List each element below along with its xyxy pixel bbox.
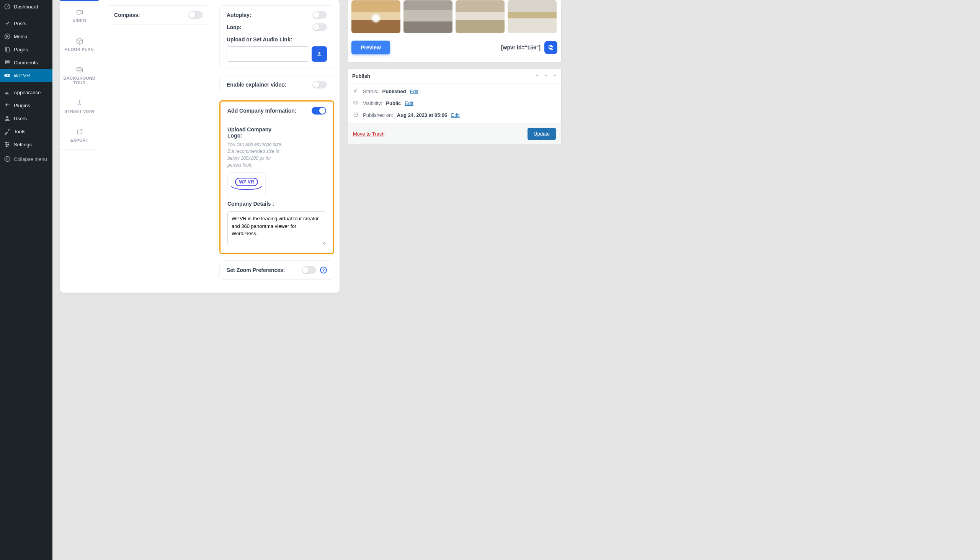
compass-toggle[interactable] xyxy=(188,11,203,19)
svg-point-22 xyxy=(355,102,356,103)
company-details-textarea[interactable] xyxy=(228,212,326,245)
compass-label: Compass: xyxy=(114,12,140,18)
tab-street-view[interactable]: STREET VIEW xyxy=(60,92,99,121)
tools-icon xyxy=(4,128,11,135)
svg-point-12 xyxy=(8,144,9,145)
thumbnail-1[interactable] xyxy=(351,0,400,33)
upload-audio-button[interactable] xyxy=(312,47,327,62)
pages-icon xyxy=(4,46,11,53)
panel-down-icon[interactable] xyxy=(543,73,549,79)
preview-button[interactable]: Preview xyxy=(351,41,390,54)
explainer-panel: Enable explainer video: xyxy=(219,75,334,94)
copy-shortcode-button[interactable] xyxy=(544,41,557,54)
sidebar-label: Pages xyxy=(14,47,28,52)
edit-visibility-link[interactable]: Edit xyxy=(405,100,413,106)
panel-toggle-icon[interactable] xyxy=(553,73,556,79)
collapse-icon xyxy=(4,155,11,162)
sidebar-item-settings[interactable]: Settings xyxy=(0,138,52,151)
sidebar-label: WP VR xyxy=(14,73,30,78)
sidebar-label: Settings xyxy=(14,142,32,147)
sidebar-item-media[interactable]: Media xyxy=(0,30,52,43)
wpvr-logo: WP VR xyxy=(231,178,262,190)
sidebar-label: Comments xyxy=(14,60,38,65)
thumbnail-4[interactable] xyxy=(508,0,556,33)
preview-card: Preview [wpvr id="156"] xyxy=(347,0,561,62)
shortcode-text: [wpvr id="156"] xyxy=(501,45,540,50)
pin-icon xyxy=(4,20,11,27)
company-details-label: Company Details : xyxy=(228,201,326,207)
svg-rect-15 xyxy=(76,10,81,14)
comments-icon xyxy=(4,59,11,66)
settings-icon xyxy=(4,141,11,148)
autoplay-label: Autoplay: xyxy=(227,12,251,18)
sidebar-item-users[interactable]: Users xyxy=(0,112,52,125)
copy-icon xyxy=(548,45,554,50)
sidebar-label: Plugins xyxy=(14,103,30,108)
company-panel: Add Company Information: Upload Company … xyxy=(221,102,333,253)
sidebar-item-pages[interactable]: Pages xyxy=(0,43,52,56)
thumbnail-2[interactable] xyxy=(404,0,452,33)
svg-rect-23 xyxy=(354,113,357,117)
tab-background-tour[interactable]: BACKGROUND TOUR xyxy=(60,59,99,92)
sidebar-label: Appearance xyxy=(14,90,41,95)
sidebar-item-posts[interactable]: Posts xyxy=(0,17,52,30)
thumbnail-3[interactable] xyxy=(455,0,505,33)
edit-date-link[interactable]: Edit xyxy=(451,112,459,118)
loop-label: Loop: xyxy=(227,24,242,30)
sidebar-item-wpvr[interactable]: WP VR xyxy=(0,69,52,82)
upload-logo-hint: You can add any logo size. But recommend… xyxy=(228,141,285,168)
edit-status-link[interactable]: Edit xyxy=(410,88,419,94)
update-button[interactable]: Update xyxy=(528,128,556,140)
panel-up-icon[interactable] xyxy=(535,73,540,79)
explainer-toggle[interactable] xyxy=(312,81,327,88)
tab-floor-plan[interactable]: FLOOR PLAN xyxy=(60,30,99,59)
sidebar-item-collapse[interactable]: Collapse menu xyxy=(0,152,52,165)
upload-audio-label: Upload or Set Audio Link: xyxy=(227,37,327,43)
sidebar-item-dashboard[interactable]: Dashboard xyxy=(0,0,52,13)
compass-panel: Compass: xyxy=(107,5,210,25)
zoom-help-icon[interactable]: ? xyxy=(320,267,327,273)
scene-thumbnails xyxy=(351,0,557,33)
plugins-icon xyxy=(4,102,11,109)
move-to-trash-link[interactable]: Move to Trash xyxy=(353,131,384,137)
wp-admin-sidebar: Dashboard Posts Media Pages Comments WP … xyxy=(0,0,52,308)
autoplay-toggle[interactable] xyxy=(312,11,327,19)
sidebar-label: Collapse menu xyxy=(14,156,47,162)
users-icon xyxy=(4,115,11,122)
sidebar-label: Media xyxy=(14,34,27,40)
svg-rect-19 xyxy=(550,47,553,49)
sidebar-item-tools[interactable]: Tools xyxy=(0,125,52,138)
sidebar-label: Users xyxy=(14,116,27,122)
company-logo-preview[interactable]: WP VR xyxy=(228,172,266,195)
svg-point-7 xyxy=(6,116,8,118)
svg-rect-20 xyxy=(549,46,552,48)
company-info-toggle[interactable] xyxy=(312,107,326,115)
upload-icon xyxy=(316,50,323,57)
wpvr-icon xyxy=(4,72,11,79)
sidebar-item-appearance[interactable]: Appearance xyxy=(0,86,52,99)
svg-point-11 xyxy=(6,142,7,143)
sidebar-item-comments[interactable]: Comments xyxy=(0,56,52,69)
svg-rect-17 xyxy=(78,69,82,72)
loop-toggle[interactable] xyxy=(312,23,327,31)
appearance-icon xyxy=(4,89,11,96)
audio-panel: Autoplay: Loop: Upload or Set Audio Link… xyxy=(219,5,334,69)
sidebar-label: Posts xyxy=(14,21,27,27)
zoom-panel: Set Zoom Preferences: ? xyxy=(219,260,334,280)
vertical-tabs: VIDEO FLOOR PLAN BACKGROUND TOUR STREET … xyxy=(60,0,99,285)
tab-video[interactable]: VIDEO xyxy=(60,2,99,30)
tab-export[interactable]: EXPORT xyxy=(60,121,99,150)
sidebar-label: Dashboard xyxy=(14,4,38,10)
export-icon xyxy=(76,128,83,136)
publish-title: Publish xyxy=(352,73,370,79)
media-icon xyxy=(4,33,11,40)
zoom-toggle[interactable] xyxy=(302,266,316,274)
dashboard-icon xyxy=(4,3,11,10)
company-info-highlight: Add Company Information: Upload Company … xyxy=(219,100,334,254)
publish-date-row: Published on: Aug 24, 2023 at 05:06 Edit xyxy=(353,112,556,118)
sidebar-item-plugins[interactable]: Plugins xyxy=(0,99,52,112)
eye-icon xyxy=(353,100,359,107)
key-icon xyxy=(353,88,359,95)
street-view-icon xyxy=(76,99,83,107)
audio-link-input[interactable] xyxy=(227,47,309,62)
